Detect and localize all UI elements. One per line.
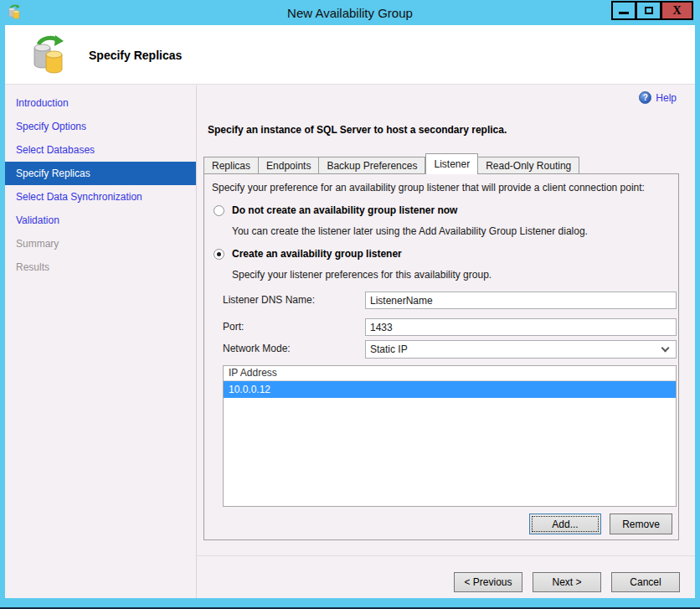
titlebar: New Availability Group X [0, 0, 700, 25]
tab-replicas[interactable]: Replicas [203, 157, 259, 174]
page-title: Specify Replicas [89, 49, 182, 62]
network-mode-label: Network Mode: [223, 340, 291, 358]
next-button[interactable]: Next > [533, 572, 601, 592]
window-title: New Availability Group [0, 0, 700, 25]
listener-dns-name-label: Listener DNS Name: [223, 292, 315, 309]
listener-intro-text: Specify your preference for an availabil… [212, 182, 672, 194]
sidebar-item-select-data-synchronization[interactable]: Select Data Synchronization [5, 185, 196, 209]
chevron-down-icon [661, 343, 670, 352]
window-controls: X [611, 1, 693, 20]
minimize-button[interactable] [611, 1, 636, 20]
ip-address-row[interactable]: 10.0.0.12 [224, 381, 676, 398]
ip-address-column-header[interactable]: IP Address [224, 366, 676, 381]
tab-endpoints[interactable]: Endpoints [259, 157, 319, 174]
close-icon: X [672, 5, 681, 17]
wizard-header: Specify Replicas [5, 25, 695, 85]
help-label: Help [656, 92, 677, 104]
previous-button[interactable]: < Previous [454, 572, 522, 592]
tab-listener[interactable]: Listener [425, 153, 478, 174]
add-button[interactable]: Add... [529, 514, 601, 534]
replica-tabs: Replicas Endpoints Backup Preferences Li… [203, 153, 579, 174]
sidebar-item-introduction[interactable]: Introduction [5, 91, 196, 115]
tab-read-only-routing[interactable]: Read-Only Routing [478, 157, 579, 174]
new-availability-group-window: New Availability Group X Specify Replica… [0, 0, 700, 609]
close-button[interactable]: X [661, 1, 693, 20]
listener-tab-panel: Specify your preference for an availabil… [203, 173, 679, 540]
sidebar-item-specify-replicas[interactable]: Specify Replicas [5, 162, 196, 185]
sidebar-item-summary: Summary [5, 232, 196, 255]
listener-dns-name-input[interactable] [365, 292, 677, 309]
tab-backup-preferences[interactable]: Backup Preferences [319, 157, 425, 174]
network-mode-value: Static IP [370, 343, 662, 355]
port-label: Port: [223, 318, 244, 336]
sidebar-item-select-databases[interactable]: Select Databases [5, 138, 196, 162]
radio-icon [214, 205, 224, 216]
sidebar-item-results: Results [5, 255, 196, 279]
maximize-icon [645, 7, 653, 14]
sidebar-item-validation[interactable]: Validation [5, 209, 196, 232]
instruction-heading: Specify an instance of SQL Server to hos… [208, 124, 507, 136]
ip-address-list: IP Address 10.0.0.12 [223, 365, 677, 507]
database-sync-icon [28, 34, 69, 75]
radio-label: Do not create an availability group list… [232, 204, 457, 216]
wizard-dialog: Specify Replicas Introduction Specify Op… [5, 25, 695, 598]
cancel-button[interactable]: Cancel [611, 572, 680, 592]
port-input[interactable] [365, 318, 677, 336]
radio-icon-checked [214, 249, 224, 260]
radio-create-listener[interactable]: Create an availability group listener [214, 248, 402, 260]
minimize-icon [619, 12, 629, 14]
help-link[interactable]: ? Help [639, 91, 677, 104]
main-content: ? Help Specify an instance of SQL Server… [197, 85, 695, 555]
radio-do-not-create-listener[interactable]: Do not create an availability group list… [214, 204, 457, 216]
wizard-steps-sidebar: Introduction Specify Options Select Data… [5, 85, 196, 598]
remove-button[interactable]: Remove [610, 514, 672, 534]
network-mode-dropdown[interactable]: Static IP [365, 340, 677, 359]
radio-description: You can create the listener later using … [232, 225, 588, 237]
sidebar-item-specify-options[interactable]: Specify Options [5, 115, 196, 138]
radio-description: Specify your listener preferences for th… [232, 269, 492, 281]
wizard-footer: < Previous Next > Cancel [197, 555, 695, 598]
maximize-button[interactable] [636, 1, 661, 20]
radio-label: Create an availability group listener [232, 248, 402, 260]
help-icon: ? [639, 91, 651, 104]
